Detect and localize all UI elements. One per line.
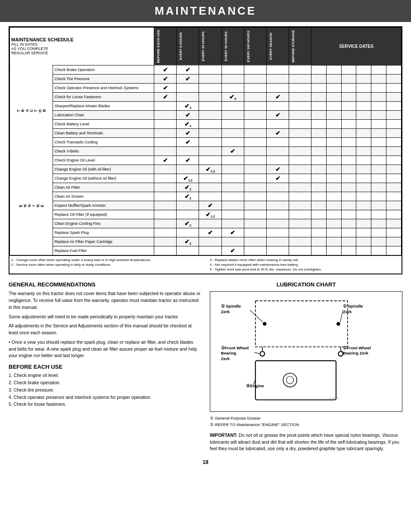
task-check-brake: Check Brake Operation (53, 65, 154, 74)
spindle-left-dot (263, 322, 267, 326)
engine-label: ENGINE (10, 156, 53, 255)
left-column: GENERAL RECOMMENDATIONS The warranty on … (9, 281, 201, 452)
check-1-1: ✔ (154, 65, 177, 74)
svc-date (356, 65, 371, 74)
check-1-2: ✔ (177, 65, 199, 74)
arrow-wheel-left (255, 353, 260, 354)
task-change-oil-with-filter: Change Engine Oil (with oil filter) (53, 165, 154, 174)
col-header-5: EVERY 100 HOURS (244, 28, 266, 65)
table-row: Check for Loose Fasteners ✔ ✔5 ✔ (10, 92, 402, 101)
task-clean-air-screen: Clean Air Screen (53, 192, 154, 201)
before-use-item-1: Check engine oil level. (9, 372, 201, 379)
table-row: Check Battery Level ✔4 (10, 119, 402, 128)
table-row: Change Engine Oil (without oil filter) ✔… (10, 174, 402, 183)
page-title: MAINTENANCE (0, 4, 411, 18)
check-1-3 (199, 65, 221, 74)
note-4: 4 - Not required if equipped with mainte… (210, 262, 400, 267)
note-2: 2 - Service more often when operating in… (11, 262, 201, 267)
table-row: ENGINE Check Engine Oil Level ✔ ✔ (10, 156, 402, 165)
svg-text:Zerk: Zerk (221, 357, 230, 361)
col-header-6: EVERY SEASON (266, 28, 289, 65)
task-lubrication: Lubrication Chart (53, 110, 154, 119)
task-battery-terminals: Clean Battery and Terminals (53, 128, 154, 137)
col-header-3: EVERY 25 HOURS (199, 28, 221, 65)
schedule-notes: 1 - Change more often when operating und… (9, 255, 402, 274)
task-mower-blades: Sharpen/Replace Mower Blades (53, 101, 154, 110)
task-operator-presence: Check Operator Presence and Interlock Sy… (53, 83, 154, 92)
important-note: IMPORTANT: Do not oil or grease the pivo… (210, 432, 402, 452)
svc-date (341, 65, 356, 74)
check-1-7 (289, 65, 311, 74)
general-rec-p2: Some adjustments will need to be made pe… (9, 314, 201, 320)
svc-date (326, 65, 341, 74)
table-row: Clean Air Screen ✔2 (10, 192, 402, 201)
task-cooling-fins: Clean Engine Cooling Fins (53, 219, 154, 228)
page-header: MAINTENANCE (0, 0, 411, 22)
arrow-spindle-left (250, 310, 263, 322)
diagram-ref: 01964 (329, 397, 338, 401)
table-row: Clean Battery and Terminals ✔ ✔ (10, 128, 402, 137)
check-1-5 (244, 65, 266, 74)
lub-note-1: ① General Purpose Grease (210, 415, 402, 421)
schedule-table: MAINTENANCE SCHEDULE FILL IN DATESAS YOU… (9, 27, 402, 255)
col-header-2: EVERY 8 HOURS (177, 28, 199, 65)
task-tire-pressure: Check Tire Pressure (53, 74, 154, 83)
lub-heading: LUBRICATION CHART (210, 281, 402, 288)
spindle-zerk-left-label: ① Spindle (221, 304, 241, 309)
general-rec-heading: GENERAL RECOMMENDATIONS (9, 281, 201, 288)
important-label: IMPORTANT: (210, 432, 237, 438)
note-3: 3 - Replace blades more often when mowin… (210, 258, 400, 262)
front-wheel-left-label: ①Front Wheel (221, 345, 249, 350)
notes-col-1: 1 - Change more often when operating und… (11, 258, 201, 272)
front-wheel-left-dot (260, 352, 265, 356)
right-column: LUBRICATION CHART ① Spindle Zerk ① Spind… (210, 281, 402, 452)
before-use-item-5: Check for loose fasteners. (9, 401, 201, 408)
engine-gear-inner (286, 376, 294, 384)
svg-text:Bearing Zerk: Bearing Zerk (343, 351, 368, 356)
svc-date (311, 65, 327, 74)
spindle-right-dot (336, 322, 340, 326)
mower-deck-outline (255, 301, 348, 347)
table-row: Clean Engine Cooling Fins ✔2 (10, 219, 402, 228)
spindle-zerk-right-label: ① Spindle (343, 304, 363, 309)
svc-date (371, 65, 386, 74)
table-row: Replace Spark Plug ✔ ✔ (10, 228, 402, 237)
task-fuel-filter: Replace Fuel Filter (53, 246, 154, 255)
table-row: Replace Oil Filter (If equipped) ✔1,2 (10, 210, 402, 219)
before-use-item-2: Check brake operation. (9, 379, 201, 386)
table-row: Check V-Belts ✔ (10, 146, 402, 156)
table-row: Sharpen/Replace Mower Blades ✔3 (10, 101, 402, 110)
general-rec-p3: All adjustments in the Service and Adjus… (9, 323, 201, 336)
maintenance-schedule: MAINTENANCE SCHEDULE FILL IN DATESAS YOU… (9, 26, 402, 274)
lub-diagram: ① Spindle Zerk ① Spindle Zerk ①Front Whe… (210, 291, 402, 412)
schedule-title: MAINTENANCE SCHEDULE FILL IN DATESAS YOU… (10, 28, 154, 65)
engine-gear (283, 373, 297, 387)
page-number: 18 (9, 459, 402, 465)
task-muffler: Inspect Muffler/Spark Arrester (53, 201, 154, 210)
table-row: Check Transaxle Cooling ✔ (10, 137, 402, 146)
task-vbelts: Check V-Belts (53, 146, 154, 156)
task-battery-level: Check Battery Level (53, 119, 154, 128)
engine-body (255, 361, 336, 400)
arrow-spindle-right (340, 310, 343, 322)
tractor-diagram-svg: ① Spindle Zerk ① Spindle Zerk ①Front Whe… (210, 292, 402, 411)
col-header-7: BEFORE STORAGE (289, 28, 311, 65)
table-row: Inspect Muffler/Spark Arrester ✔ (10, 201, 402, 210)
svg-text:Zerk: Zerk (221, 310, 230, 314)
task-transaxle: Check Transaxle Cooling (53, 137, 154, 146)
table-row: Clean Air Filter ✔2 (10, 183, 402, 192)
table-row: Check Operator Presence and Interlock Sy… (10, 83, 402, 92)
before-use-heading: BEFORE EACH USE (9, 364, 201, 370)
note-5: 5 - Tighten front axle pivot bolt to 35 … (210, 267, 400, 272)
task-engine-oil-level: Check Engine Oil Level (53, 156, 154, 165)
check-1-6 (266, 65, 289, 74)
task-change-oil-without-filter: Change Engine Oil (without oil filter) (53, 174, 154, 183)
task-oil-filter: Replace Oil Filter (If equipped) (53, 210, 154, 219)
svg-text:Bearing: Bearing (221, 351, 237, 356)
general-rec-p1: The warranty on this tractor does not co… (9, 290, 201, 311)
front-wheel-right-dot (338, 352, 343, 356)
task-air-filter-cartridge: Replace Air Filter Paper Cartridge (53, 237, 154, 246)
notes-col-2: 3 - Replace blades more often when mowin… (210, 258, 400, 272)
table-row: Lubrication Chart ✔ ✔ (10, 110, 402, 119)
general-rec-body: The warranty on this tractor does not co… (9, 290, 201, 359)
